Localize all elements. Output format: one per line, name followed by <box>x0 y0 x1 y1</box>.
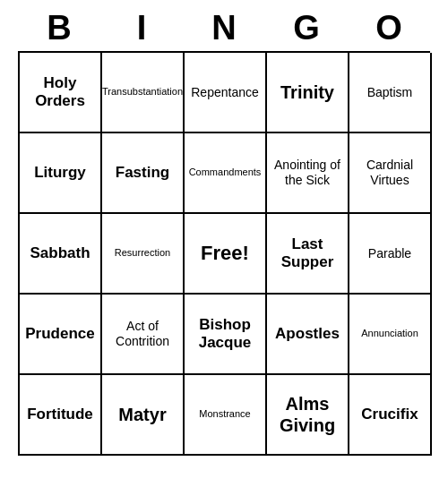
bingo-cell-12: Free! <box>185 214 267 295</box>
bingo-cell-20: Fortitude <box>20 375 102 456</box>
cell-text-5: Liturgy <box>34 164 86 182</box>
bingo-cell-8: Anointing of the Sick <box>267 133 349 214</box>
cell-text-1: Transubstantiation <box>102 86 183 98</box>
bingo-cell-7: Commandments <box>185 133 267 214</box>
cell-text-18: Apostles <box>275 325 340 343</box>
cell-text-13: Last Supper <box>271 235 344 272</box>
bingo-cell-9: Cardnial Virtues <box>349 133 432 214</box>
cell-text-17: Bishop Jacque <box>188 316 262 353</box>
bingo-cell-19: Annunciation <box>349 295 432 375</box>
cell-text-9: Cardnial Virtues <box>353 158 426 188</box>
cell-text-12: Free! <box>201 242 249 265</box>
bingo-cell-2: Repentance <box>185 53 267 133</box>
cell-text-6: Fasting <box>116 164 169 182</box>
bingo-cell-11: Resurrection <box>102 214 185 295</box>
cell-text-19: Annunciation <box>361 328 418 339</box>
cell-text-7: Commandments <box>189 167 262 178</box>
letter-n: N <box>185 9 263 47</box>
letter-g: G <box>267 9 346 47</box>
cell-text-11: Resurrection <box>115 247 170 259</box>
bingo-cell-21: Matyr <box>102 375 185 456</box>
cell-text-0: Holy Orders <box>23 74 97 111</box>
bingo-cell-6: Fasting <box>102 133 185 214</box>
bingo-cell-16: Act of Contrition <box>102 295 185 375</box>
bingo-cell-17: Bishop Jacque <box>185 295 267 375</box>
cell-text-24: Crucifix <box>361 406 418 423</box>
cell-text-20: Fortitude <box>27 406 93 423</box>
cell-text-16: Act of Contrition <box>106 319 179 349</box>
bingo-cell-24: Crucifix <box>349 375 432 456</box>
letter-b: B <box>20 9 99 47</box>
bingo-cell-18: Apostles <box>267 295 349 375</box>
cell-text-23: Alms Giving <box>271 393 344 436</box>
bingo-cell-13: Last Supper <box>267 214 349 295</box>
bingo-cell-23: Alms Giving <box>267 375 349 456</box>
cell-text-22: Monstrance <box>199 408 250 420</box>
cell-text-2: Repentance <box>191 85 259 100</box>
cell-text-14: Parable <box>368 246 411 261</box>
letter-i: I <box>102 9 181 47</box>
letter-o: O <box>349 9 428 47</box>
bingo-cell-15: Prudence <box>20 295 102 375</box>
bingo-cell-10: Sabbath <box>20 214 102 295</box>
bingo-cell-5: Liturgy <box>20 133 102 214</box>
bingo-cell-3: Trinity <box>267 53 349 133</box>
bingo-grid: Holy OrdersTransubstantiationRepentanceT… <box>18 51 430 456</box>
cell-text-10: Sabbath <box>30 244 90 262</box>
bingo-cell-1: Transubstantiation <box>102 53 185 133</box>
cell-text-15: Prudence <box>25 325 94 343</box>
bingo-cell-22: Monstrance <box>185 375 267 456</box>
cell-text-3: Trinity <box>280 81 334 103</box>
cell-text-4: Baptism <box>367 85 413 100</box>
bingo-cell-4: Baptism <box>349 53 432 133</box>
bingo-cell-0: Holy Orders <box>20 53 102 133</box>
bingo-title: B I N G O <box>18 9 430 47</box>
cell-text-8: Anointing of the Sick <box>271 158 344 188</box>
cell-text-21: Matyr <box>118 404 166 425</box>
bingo-cell-14: Parable <box>349 214 432 295</box>
